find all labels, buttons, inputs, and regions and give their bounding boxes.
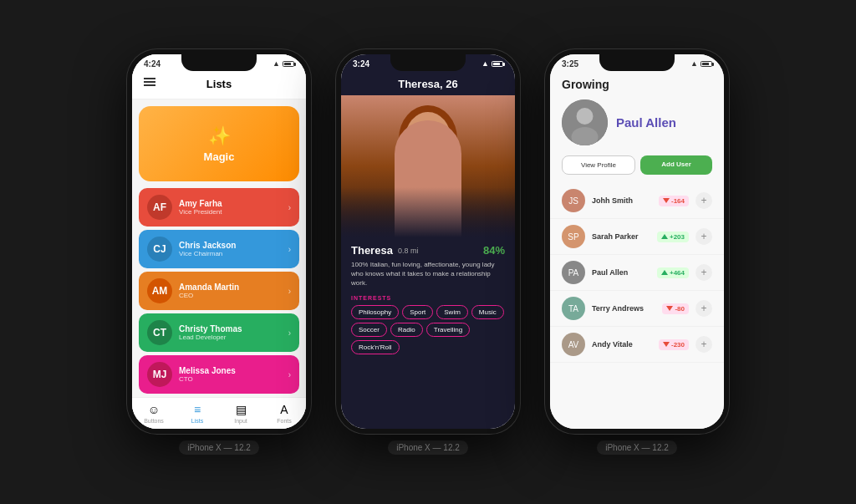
- interest-tag[interactable]: Radio: [390, 323, 423, 337]
- profile-photo: [341, 95, 515, 237]
- phone2-notch: [390, 54, 466, 71]
- user-profile-card: Paul Allen: [550, 99, 724, 155]
- chevron-right-icon: ›: [288, 287, 291, 296]
- hamburger-icon[interactable]: [144, 78, 155, 86]
- svg-point-1: [577, 108, 594, 125]
- wifi-icon: ▲: [690, 59, 698, 68]
- user-list: JS Johh Smith -164 + SP Sarah Parker: [550, 183, 724, 363]
- user-name: Johh Smith: [592, 196, 652, 205]
- bottom-nav: ☺ Buttons ≡ Lists ▤ Input A Fonts: [132, 397, 306, 429]
- score-value: +203: [670, 233, 685, 241]
- user-list-item[interactable]: TA Terry Andrews -80 +: [550, 291, 724, 327]
- phone1-time: 4:24: [144, 59, 160, 69]
- interest-tag[interactable]: Rock'n'Roll: [351, 340, 400, 354]
- nav-label: Buttons: [144, 418, 164, 424]
- avatar-initials: CT: [147, 320, 172, 345]
- profile-fullname: Theresa: [351, 244, 393, 257]
- list-item[interactable]: CJ Chris Jackson Vice Chairman ›: [139, 230, 299, 268]
- battery-icon: [283, 61, 294, 67]
- up-arrow-icon: [661, 270, 668, 275]
- list-item[interactable]: AF Amy Farha Vice President ›: [139, 188, 299, 227]
- interest-tag[interactable]: Soccer: [351, 323, 387, 337]
- list-item-info: Amy Farha Vice President: [179, 199, 282, 216]
- interests-label: INTERESTS: [351, 295, 505, 301]
- list-items: AF Amy Farha Vice President › CJ: [132, 188, 306, 394]
- user-list-item[interactable]: AV Andy Vitale -230 +: [550, 327, 724, 363]
- add-icon[interactable]: +: [696, 336, 712, 353]
- interest-tag[interactable]: Swim: [436, 305, 468, 319]
- input-icon: ▤: [236, 403, 247, 416]
- user-name: Sarah Parker: [592, 232, 650, 241]
- user-list-item[interactable]: PA Paul Allen +464 +: [550, 255, 724, 291]
- list-item-role: CEO: [179, 292, 282, 299]
- list-item[interactable]: CT Christy Thomas Lead Developer ›: [139, 313, 299, 352]
- avatar: MJ: [147, 362, 172, 387]
- list-item-name: Christy Thomas: [179, 324, 282, 333]
- phone3-time: 3:25: [562, 59, 578, 69]
- down-arrow-icon: [666, 306, 673, 311]
- phone2-label: iPhone X — 12.2: [388, 440, 468, 455]
- user-list-item[interactable]: SP Sarah Parker +203 +: [550, 219, 724, 255]
- user-list-item[interactable]: JS Johh Smith -164 +: [550, 183, 724, 219]
- phone1-content: Lists ✨ Magic AF Amy Farha Vice Presiden…: [132, 54, 306, 429]
- add-user-button[interactable]: Add User: [640, 155, 712, 175]
- add-icon[interactable]: +: [696, 264, 712, 281]
- profile-avatar-large: [562, 99, 608, 145]
- list-item-name: Melissa Jones: [179, 366, 282, 375]
- interest-tag[interactable]: Philosophy: [351, 305, 399, 319]
- phone1-title: Lists: [206, 78, 232, 90]
- view-profile-button[interactable]: View Profile: [562, 155, 635, 175]
- score-badge: -164: [659, 196, 689, 206]
- nav-item-lists[interactable]: ≡ Lists: [176, 403, 219, 424]
- phone2-wrapper: 3:24 ▲ Theresa, 26: [336, 49, 520, 455]
- avatar-initials: AM: [147, 278, 172, 303]
- phone3-label: iPhone X — 12.2: [597, 440, 677, 455]
- lists-icon: ≡: [194, 403, 201, 416]
- list-item[interactable]: AM Amanda Martin CEO ›: [139, 272, 299, 310]
- profile-actions: View Profile Add User: [550, 155, 724, 183]
- interest-tag[interactable]: Travelling: [426, 323, 470, 337]
- profile-bio: 100% Italian, fun loving, affectionate, …: [351, 260, 505, 288]
- nav-item-fonts[interactable]: A Fonts: [262, 403, 306, 424]
- nav-label: Input: [234, 418, 247, 424]
- add-icon[interactable]: +: [696, 228, 712, 245]
- phone3: 3:25 ▲ Growing: [545, 49, 729, 434]
- score-badge: -230: [659, 339, 689, 350]
- phone2-content: Theresa, 26 Theresa 0.8 mi 84% 10: [341, 54, 515, 429]
- user-name: Terry Andrews: [592, 304, 655, 313]
- add-icon[interactable]: +: [696, 192, 712, 209]
- phone1-status-icons: ▲: [273, 59, 294, 68]
- phone3-status-icons: ▲: [690, 59, 712, 68]
- photo-overlay: [341, 187, 515, 237]
- list-item-role: Lead Developer: [179, 333, 282, 341]
- score-value: -80: [675, 305, 685, 313]
- add-icon[interactable]: +: [696, 300, 712, 317]
- profile-main-name: Paul Allen: [616, 115, 676, 130]
- interest-tag[interactable]: Music: [471, 305, 504, 319]
- phone3-content: Growing Paul Allen View Profile: [550, 54, 724, 429]
- list-item[interactable]: MJ Melissa Jones CTO ›: [139, 355, 299, 394]
- score-value: +464: [670, 269, 685, 277]
- avatar: AM: [147, 278, 172, 303]
- avatar: CT: [147, 320, 172, 345]
- list-item-name: Amanda Martin: [179, 283, 282, 292]
- avatar: AF: [147, 195, 172, 220]
- down-arrow-icon: [663, 342, 670, 347]
- nav-label: Fonts: [277, 418, 292, 424]
- phone1: 4:24 ▲ Lists ✨ Magic: [127, 49, 311, 434]
- avatar: AV: [562, 333, 585, 356]
- up-arrow-icon: [661, 234, 668, 239]
- profile-main-info: Paul Allen: [616, 115, 676, 130]
- interest-tags: Philosophy Sport Swim Music Soccer Radio…: [351, 305, 505, 354]
- phone2-time: 3:24: [353, 59, 369, 69]
- nav-item-input[interactable]: ▤ Input: [219, 403, 262, 424]
- list-item-info: Melissa Jones CTO: [179, 366, 282, 383]
- score-badge: -80: [662, 303, 689, 314]
- interest-tag[interactable]: Sport: [402, 305, 433, 319]
- score-badge: +464: [657, 267, 689, 278]
- chevron-right-icon: ›: [288, 203, 291, 212]
- phone3-wrapper: 3:25 ▲ Growing: [545, 49, 729, 455]
- profile-match: 84%: [483, 244, 505, 257]
- magic-section: ✨ Magic: [139, 106, 299, 181]
- nav-item-buttons[interactable]: ☺ Buttons: [132, 403, 176, 424]
